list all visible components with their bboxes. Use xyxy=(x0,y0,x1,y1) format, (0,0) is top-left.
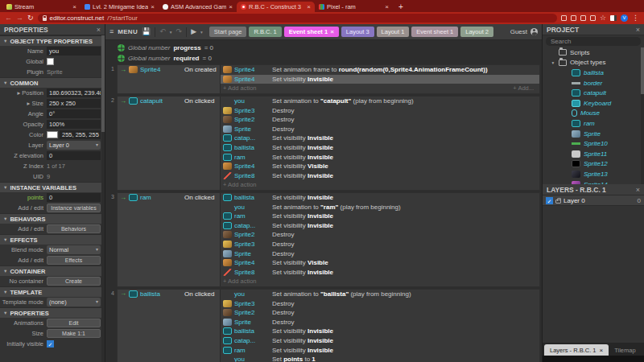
property-button[interactable]: Create xyxy=(47,277,101,286)
section-collapse-caret-icon[interactable]: ▼ xyxy=(3,311,7,315)
properties-section-header[interactable]: ▼OBJECT TYPE PROPERTIES xyxy=(0,35,105,46)
action-row[interactable]: Sprite4Set visibility Invisible xyxy=(221,75,539,84)
extension-icon[interactable] xyxy=(590,15,596,21)
add-action-row[interactable]: + Add action xyxy=(221,180,539,190)
global-variable-row[interactable]: Global numberprogress= 0 xyxy=(118,43,540,52)
document-tab[interactable]: Start page xyxy=(209,27,247,37)
tree-item-catapult[interactable]: catapult xyxy=(543,88,644,98)
extension-icon[interactable] xyxy=(561,15,567,21)
event-sheet[interactable]: Global numberprogress= 0Global numberreq… xyxy=(105,40,542,362)
action-row[interactable]: Sprite3Destroy xyxy=(221,240,539,249)
close-icon[interactable]: × xyxy=(72,3,76,10)
action-row[interactable]: Sprite8Set visibility Invisible xyxy=(221,171,539,181)
properties-section-header[interactable]: ▼TEMPLATE xyxy=(0,286,105,297)
properties-section-header[interactable]: ▼EFFECTS xyxy=(0,234,105,245)
close-icon[interactable]: × xyxy=(307,3,311,10)
close-icon[interactable]: × xyxy=(151,3,155,10)
action-row[interactable]: youSet animation to "catapult" (play fro… xyxy=(221,97,539,106)
action-row[interactable]: ballistaSet visibility Invisible xyxy=(221,143,539,153)
tree-item-ram[interactable]: ram xyxy=(543,118,644,129)
event-condition-cell[interactable]: →catapultOn clicked xyxy=(118,97,221,190)
menu-button[interactable]: MENU xyxy=(118,28,138,35)
play-dropdown-caret-icon[interactable]: ▾ xyxy=(200,30,203,35)
action-row[interactable]: ramSet visibility Invisible xyxy=(221,345,539,355)
tree-item-sprite10[interactable]: Sprite10 xyxy=(543,138,644,149)
action-row[interactable]: ramSet visibility Invisible xyxy=(221,152,539,162)
action-row[interactable]: catap...Set visibility Invisible xyxy=(221,336,539,346)
add-more-link[interactable]: + Add... xyxy=(513,84,538,92)
property-select[interactable]: (none)▾ xyxy=(47,298,101,306)
new-tab-button[interactable]: + xyxy=(398,2,403,12)
close-icon[interactable]: × xyxy=(636,26,640,34)
tree-item-sprite11[interactable]: Sprite11 xyxy=(543,149,644,159)
property-button[interactable]: Instance variables xyxy=(47,204,101,212)
save-icon[interactable]: 💾 xyxy=(142,28,151,35)
action-row[interactable]: Sprite2Destroy xyxy=(221,115,539,125)
section-collapse-caret-icon[interactable]: ▼ xyxy=(3,216,7,221)
action-row[interactable]: Sprite8Set visibility Invisible xyxy=(221,267,539,277)
section-collapse-caret-icon[interactable]: ▼ xyxy=(3,80,7,85)
extension-icon[interactable] xyxy=(571,15,576,21)
close-icon[interactable]: × xyxy=(229,3,233,10)
property-input[interactable]: 0 xyxy=(47,193,101,202)
tree-item-mouse[interactable]: Mouse xyxy=(543,109,644,119)
add-action-row[interactable]: + Add action+ Add... xyxy=(221,84,539,93)
property-input[interactable]: 0° xyxy=(47,109,101,118)
document-tab[interactable]: Layout 2 xyxy=(460,27,493,37)
action-row[interactable]: youSet points to 1 xyxy=(221,355,539,362)
undo-dropdown-caret-icon[interactable]: ▾ xyxy=(170,30,172,35)
menu-icon[interactable]: ≡ xyxy=(109,28,114,35)
action-row[interactable]: ballistaSet visibility Invisible xyxy=(221,193,539,203)
close-icon[interactable]: × xyxy=(385,3,389,10)
bottom-tab[interactable]: Layers - R.B.C. 1× xyxy=(544,344,609,356)
property-input[interactable]: 180.690323, 239.40 xyxy=(47,88,101,97)
section-collapse-caret-icon[interactable]: ▼ xyxy=(3,269,7,274)
add-action-link[interactable]: + Add action xyxy=(223,181,257,188)
tree-caret-icon[interactable]: ▾ xyxy=(551,60,555,65)
event-block[interactable]: →ramOn clickedballistaSet visibility Inv… xyxy=(117,192,540,287)
browser-tab[interactable]: R.B.C - Construct 3× xyxy=(237,2,315,12)
tree-item-scripts[interactable]: Scripts xyxy=(543,47,644,58)
property-checkbox[interactable] xyxy=(47,58,54,65)
profile-avatar[interactable]: V xyxy=(621,14,628,22)
close-icon[interactable]: × xyxy=(600,347,604,354)
project-search-input[interactable]: Search xyxy=(546,37,641,46)
add-action-link[interactable]: + Add action xyxy=(223,84,257,92)
action-row[interactable]: ballistaSet visibility Invisible xyxy=(221,327,539,336)
close-icon[interactable]: × xyxy=(636,186,640,194)
property-input[interactable]: 255, 255, 255 xyxy=(60,130,101,139)
action-row[interactable]: SpriteDestroy xyxy=(221,249,539,258)
user-icon[interactable] xyxy=(530,28,538,35)
project-scrollbar[interactable] xyxy=(641,47,644,184)
document-tab[interactable]: Event sheet 1× xyxy=(284,27,339,37)
event-block[interactable]: →catapultOn clickedyouSet animation to "… xyxy=(117,96,540,191)
document-tab[interactable]: Layout 3 xyxy=(341,27,374,37)
properties-section-header[interactable]: ▼PROPERTIES xyxy=(0,307,105,318)
property-button[interactable]: Make 1:1 xyxy=(47,329,101,338)
back-icon[interactable]: ← xyxy=(5,14,12,22)
browser-tab[interactable]: ASM Advanced Game Design× xyxy=(159,2,237,12)
add-action-row[interactable]: + Add action xyxy=(221,277,539,286)
action-row[interactable]: Sprite2Destroy xyxy=(221,230,539,240)
close-icon[interactable]: × xyxy=(330,28,334,35)
tree-item-sprite[interactable]: Sprite xyxy=(543,129,644,139)
property-button[interactable]: Effects xyxy=(47,256,101,265)
section-collapse-caret-icon[interactable]: ▼ xyxy=(3,237,7,242)
lock-icon[interactable] xyxy=(555,200,561,204)
action-row[interactable]: Sprite4Set visibility Visible xyxy=(221,162,539,171)
action-row[interactable]: SpriteDestroy xyxy=(221,125,539,134)
properties-section-header[interactable]: ▼INSTANCE VARIABLES xyxy=(0,182,105,192)
layer-visibility-checkbox[interactable]: ✓ xyxy=(546,197,553,204)
bottom-tab[interactable]: Tilemap xyxy=(609,344,641,356)
property-button[interactable]: Edit xyxy=(47,319,101,327)
property-button[interactable]: Behaviors xyxy=(47,224,101,233)
tree-item-keyboard[interactable]: Keyboard xyxy=(543,98,644,109)
close-icon[interactable]: × xyxy=(97,26,101,34)
browser-menu-dots-icon[interactable]: ⋮ xyxy=(632,14,639,22)
action-row[interactable]: Sprite4Set animation frame to round(rand… xyxy=(221,65,539,75)
event-condition-cell[interactable]: →Sprite4On created xyxy=(118,65,221,93)
layer-row[interactable]: ✓Layer 00 xyxy=(543,195,644,206)
browser-tab[interactable]: Stream× xyxy=(2,2,80,12)
redo-icon[interactable]: ↷ xyxy=(176,28,183,35)
play-icon[interactable]: ▶ xyxy=(191,28,196,35)
